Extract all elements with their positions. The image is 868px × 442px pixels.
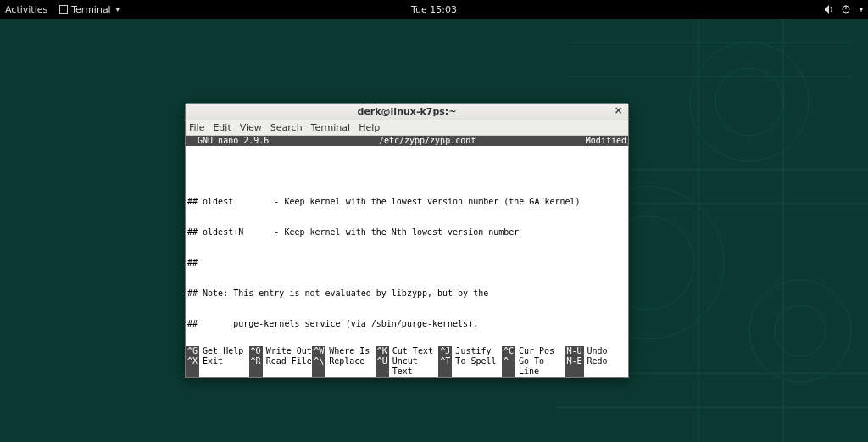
editor-line: ## purge-kernels service (via /sbin/purg… xyxy=(186,319,628,329)
menu-view[interactable]: View xyxy=(240,122,262,133)
terminal-menubar: File Edit View Search Terminal Help xyxy=(186,120,628,136)
window-title: derk@linux-k7ps:~ xyxy=(358,106,457,117)
shortcut-key: ^X xyxy=(186,356,199,377)
svg-point-1 xyxy=(715,68,783,136)
nano-shortcut: ^TTo Spell xyxy=(438,356,502,377)
nano-shortcut: ^_Go To Line xyxy=(502,356,565,377)
editor-line: ## oldest+N - Keep kernel with the Nth l… xyxy=(186,227,628,238)
nano-footer-row-1: ^GGet Help^OWrite Out^WWhere Is^KCut Tex… xyxy=(186,346,628,356)
shortcut-key: ^G xyxy=(186,346,199,356)
editor-line: ## Note: This entry is not evaluated by … xyxy=(186,288,628,299)
shortcut-key: ^\ xyxy=(312,356,326,377)
nano-shortcut: ^XExit xyxy=(186,356,249,377)
nano-shortcut: ^UUncut Text xyxy=(376,356,439,377)
topbar-clock[interactable]: Tue 15:03 xyxy=(411,4,457,15)
shortcut-label: Read File xyxy=(263,356,312,377)
shortcut-key: ^U xyxy=(376,356,389,377)
shortcut-key: M-U xyxy=(565,346,583,356)
menu-terminal[interactable]: Terminal xyxy=(311,122,351,133)
svg-point-4 xyxy=(749,280,851,382)
topbar-app-terminal[interactable]: Terminal ▾ xyxy=(59,4,120,15)
editor-line xyxy=(186,166,628,176)
shortcut-label: Uncut Text xyxy=(389,356,439,377)
close-button[interactable]: × xyxy=(612,105,625,118)
shortcut-key: ^O xyxy=(249,346,263,356)
nano-footer-row-2: ^XExit^RRead File^\Replace^UUncut Text^T… xyxy=(186,356,628,377)
shortcut-label: Get Help xyxy=(199,346,243,356)
activities-button[interactable]: Activities xyxy=(5,4,47,15)
nano-version: GNU nano 2.9.6 xyxy=(186,136,269,146)
shortcut-key: M-E xyxy=(565,356,583,377)
power-icon[interactable] xyxy=(841,4,851,14)
nano-shortcut: M-UUndo xyxy=(565,346,628,356)
nano-shortcut: ^KCut Text xyxy=(376,346,439,356)
shortcut-key: ^C xyxy=(502,346,515,356)
shortcut-key: ^_ xyxy=(502,356,515,377)
topbar-app-label: Terminal xyxy=(71,4,111,15)
shortcut-key: ^K xyxy=(376,346,389,356)
menu-file[interactable]: File xyxy=(189,122,204,133)
menu-edit[interactable]: Edit xyxy=(213,122,231,133)
nano-editor[interactable]: ## oldest - Keep kernel with the lowest … xyxy=(186,146,628,377)
shortcut-label: Cut Text xyxy=(389,346,433,356)
nano-shortcut: ^GGet Help xyxy=(186,346,249,356)
volume-icon[interactable] xyxy=(824,4,834,14)
shortcut-key: ^W xyxy=(312,346,326,356)
nano-shortcut: ^CCur Pos xyxy=(502,346,565,356)
shortcut-key: ^T xyxy=(438,356,452,377)
shortcut-key: ^J xyxy=(438,346,452,356)
shortcut-label: Redo xyxy=(584,356,608,377)
shortcut-label: Undo xyxy=(584,346,608,356)
shortcut-label: Replace xyxy=(326,356,364,377)
terminal-window: derk@linux-k7ps:~ × File Edit View Searc… xyxy=(185,103,629,378)
svg-point-5 xyxy=(775,305,826,356)
shortcut-key: ^R xyxy=(249,356,263,377)
menu-search[interactable]: Search xyxy=(270,122,303,133)
nano-footer: ^GGet Help^OWrite Out^WWhere Is^KCut Tex… xyxy=(186,346,628,377)
nano-shortcut: ^RRead File xyxy=(249,356,313,377)
nano-shortcut: ^OWrite Out xyxy=(249,346,313,356)
menu-help[interactable]: Help xyxy=(359,122,380,133)
shortcut-label: Go To Line xyxy=(515,356,565,377)
shortcut-label: Justify xyxy=(452,346,491,356)
nano-modified-flag: Modified xyxy=(586,136,628,146)
editor-line: ## xyxy=(186,258,628,268)
shortcut-label: Write Out xyxy=(263,346,312,356)
window-titlebar[interactable]: derk@linux-k7ps:~ × xyxy=(186,104,628,120)
nano-shortcut: M-ERedo xyxy=(565,356,628,377)
terminal-icon xyxy=(59,5,68,14)
terminal-body[interactable]: GNU nano 2.9.6 /etc/zypp/zypp.conf Modif… xyxy=(186,136,628,377)
editor-line: ## oldest - Keep kernel with the lowest … xyxy=(186,197,628,207)
shortcut-label: Where Is xyxy=(326,346,370,356)
nano-header: GNU nano 2.9.6 /etc/zypp/zypp.conf Modif… xyxy=(186,136,628,146)
nano-filename: /etc/zypp/zypp.conf xyxy=(269,136,586,146)
gnome-topbar: Activities Terminal ▾ Tue 15:03 ▾ xyxy=(0,0,868,19)
svg-point-0 xyxy=(690,42,809,161)
chevron-down-icon: ▾ xyxy=(116,6,120,14)
nano-shortcut: ^JJustify xyxy=(438,346,502,356)
shortcut-label: Cur Pos xyxy=(515,346,554,356)
system-menu-chevron-icon[interactable]: ▾ xyxy=(860,6,863,14)
nano-shortcut: ^\Replace xyxy=(312,356,376,377)
nano-shortcut: ^WWhere Is xyxy=(312,346,376,356)
shortcut-label: To Spell xyxy=(452,356,496,377)
shortcut-label: Exit xyxy=(199,356,223,377)
